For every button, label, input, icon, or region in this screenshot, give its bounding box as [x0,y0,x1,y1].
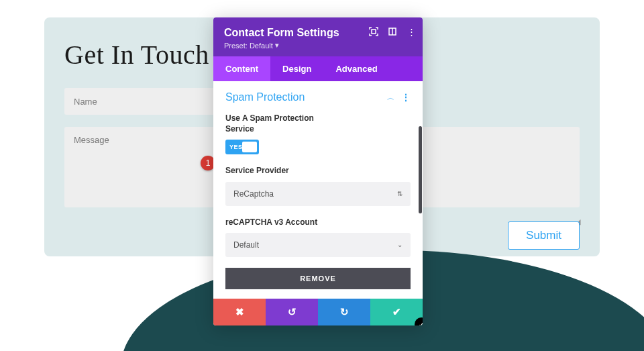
panel-body: Spam Protection ︿ ⋮ Use A Spam Protectio… [213,81,423,299]
account-value: Default [233,240,259,250]
chevron-down-icon: ▾ [275,41,279,50]
more-icon[interactable]: ⋮ [407,27,416,36]
section-title: Spam Protection [225,91,305,103]
settings-panel: Contact Form Settings Preset: Default ▾ … [213,17,423,325]
section-more-icon[interactable]: ⋮ [401,92,411,103]
preset-selector[interactable]: Preset: Default ▾ [224,41,412,50]
tab-design[interactable]: Design [270,56,323,81]
undo-button[interactable]: ↺ [266,299,318,325]
undo-icon: ↺ [288,306,297,318]
redo-button[interactable]: ↻ [318,299,370,325]
tab-content[interactable]: Content [213,56,270,81]
account-select[interactable]: Default ⌄ [225,233,411,257]
submit-button[interactable]: Submit [508,221,580,250]
cancel-button[interactable]: ✖ [213,299,266,325]
provider-label: Service Provider [225,165,411,176]
scrollbar[interactable] [419,126,422,213]
tab-advanced[interactable]: Advanced [323,56,389,81]
columns-icon[interactable] [388,27,397,36]
section-header: Spam Protection ︿ ⋮ [225,91,411,103]
close-icon: ✖ [235,306,244,318]
redo-icon: ↻ [340,306,349,318]
chevron-down-icon: ⌄ [397,241,402,248]
account-label: reCAPTCHA v3 Account [225,217,411,228]
target-icon[interactable] [369,27,378,36]
toggle-text: YES [229,144,243,150]
panel-footer: ✖ ↺ ↻ ✔ [213,299,423,325]
tabs: Content Design Advanced [213,56,423,81]
panel-header: Contact Form Settings Preset: Default ▾ … [213,17,423,56]
header-icons: ⋮ [369,27,416,36]
toggle-knob [242,142,257,152]
svg-rect-0 [372,30,376,34]
use-service-toggle[interactable]: YES [225,140,259,154]
use-service-label: Use A Spam Protection Service [225,113,326,134]
collapse-icon[interactable]: ︿ [387,93,394,103]
provider-select[interactable]: ReCaptcha ⇅ [225,182,411,206]
name-field[interactable] [64,88,224,115]
preset-label: Preset: Default [224,42,273,50]
updown-icon: ⇅ [397,190,402,197]
check-icon: ✔ [392,306,401,318]
provider-value: ReCaptcha [233,189,274,199]
remove-button[interactable]: REMOVE [225,268,411,289]
